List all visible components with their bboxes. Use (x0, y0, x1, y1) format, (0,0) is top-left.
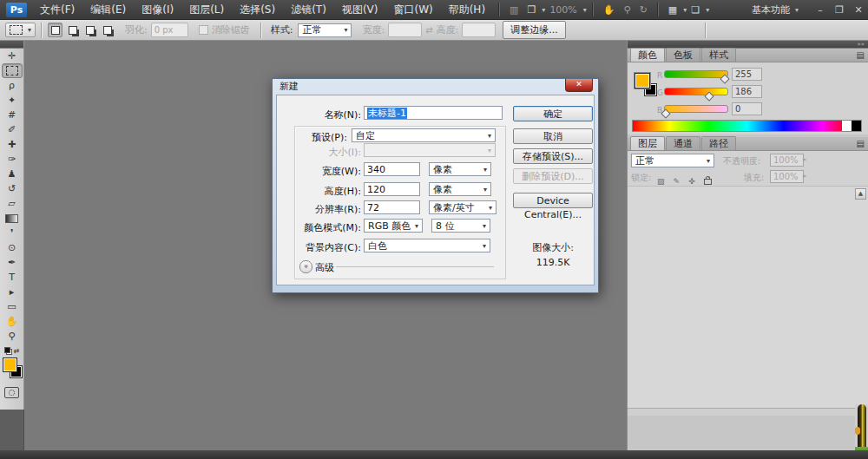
bit-depth-dropdown[interactable]: 8 位 (431, 219, 490, 233)
blend-mode-dropdown[interactable]: 正常 (631, 154, 714, 167)
brush-tool[interactable]: ✑ (2, 152, 23, 167)
rectangular-marquee-tool[interactable] (2, 63, 23, 78)
view-extras-icon[interactable]: ❒ (523, 4, 540, 16)
save-preset-button[interactable]: 存储预设(S)... (513, 148, 593, 164)
menu-image[interactable]: 图像(I) (134, 0, 181, 20)
hand-tool-icon[interactable]: ✋ (599, 4, 620, 16)
move-tool[interactable]: ✛ (2, 49, 23, 63)
spectrum-white-swatch[interactable] (842, 121, 852, 131)
clone-stamp-tool[interactable]: ♟ (2, 167, 23, 181)
blue-value-input[interactable]: 0 (732, 102, 762, 115)
gradient-tool[interactable] (2, 211, 23, 226)
width-input[interactable] (388, 23, 422, 37)
menu-file[interactable]: 文件(F) (32, 0, 82, 20)
spot-healing-brush-tool[interactable]: ✚ (2, 137, 23, 152)
menu-edit[interactable]: 编辑(E) (82, 0, 134, 20)
menu-help[interactable]: 帮助(H) (441, 0, 493, 20)
lock-transparency-icon[interactable]: ▨ (657, 177, 665, 186)
color-spectrum-ramp[interactable] (632, 120, 862, 132)
zoom-tool[interactable]: ⚲ (2, 329, 23, 344)
resolution-input[interactable]: 72 (364, 200, 420, 214)
zoom-tool-icon[interactable]: ⚲ (620, 4, 635, 16)
lock-all-icon[interactable] (704, 179, 712, 185)
opacity-arrow-icon[interactable]: ▸ (803, 155, 806, 163)
menu-filter[interactable]: 滤镜(T) (283, 0, 334, 20)
quick-selection-tool[interactable]: ✦ (2, 93, 23, 108)
intersect-selection-mode-button[interactable] (100, 23, 115, 37)
blur-tool[interactable]: ❜ (2, 226, 23, 240)
layers-list[interactable]: ▲ (628, 186, 868, 408)
add-to-selection-mode-button[interactable] (65, 23, 80, 37)
hand-tool[interactable]: ✋ (2, 314, 23, 329)
launch-bridge-icon[interactable]: ▥ (505, 4, 523, 16)
close-button[interactable]: ✕ (849, 0, 868, 20)
color-mode-dropdown[interactable]: RGB 颜色 (364, 219, 423, 233)
feather-input[interactable]: 0 px (151, 23, 188, 37)
advanced-toggle-button[interactable]: » (299, 260, 312, 273)
tools-panel-grip[interactable] (0, 41, 23, 49)
type-tool[interactable]: T (2, 270, 23, 285)
crop-tool[interactable]: # (2, 108, 23, 122)
tab-layers[interactable]: 图层 (630, 136, 665, 150)
tab-styles[interactable]: 样式 (701, 48, 736, 62)
tab-swatches[interactable]: 色板 (666, 48, 700, 62)
eyedropper-tool[interactable]: ✐ (2, 122, 23, 137)
panel-menu-icon[interactable]: ▤ (857, 50, 865, 60)
restore-button[interactable]: ❐ (830, 0, 849, 20)
pen-tool[interactable]: ✒ (2, 255, 23, 270)
red-slider-track[interactable] (664, 70, 728, 78)
minimize-button[interactable]: – (811, 0, 830, 20)
dodge-tool[interactable]: ⊙ (2, 240, 23, 255)
anti-alias-checkbox[interactable] (199, 25, 208, 35)
history-brush-tool[interactable]: ↺ (2, 181, 23, 196)
menu-layer[interactable]: 图层(L) (181, 0, 232, 20)
quick-mask-button[interactable] (4, 387, 19, 398)
spectrum-black-swatch[interactable] (852, 121, 861, 131)
foreground-color-swatch[interactable] (3, 357, 17, 372)
eraser-tool[interactable]: ▱ (2, 196, 23, 211)
resolution-unit-dropdown[interactable]: 像素/英寸 (429, 200, 496, 214)
height-input[interactable]: 120 (364, 182, 420, 196)
swap-dimensions-icon[interactable]: ⇄ (425, 25, 432, 35)
height-unit-dropdown[interactable]: 像素 (429, 182, 491, 196)
background-contents-dropdown[interactable]: 白色 (364, 239, 490, 252)
lasso-tool[interactable]: ρ (2, 78, 23, 93)
arrange-documents-icon[interactable]: ▦ (664, 4, 681, 16)
lock-pixels-icon[interactable]: ✎ (674, 177, 681, 186)
opacity-input[interactable]: 100% (770, 154, 804, 167)
panel-menu-icon[interactable]: ▤ (857, 139, 865, 148)
zoom-level-dropdown[interactable]: 100% (545, 4, 581, 16)
fill-arrow-icon[interactable]: ▸ (803, 172, 806, 180)
name-input[interactable]: 未标题-1 (364, 106, 503, 120)
subtract-from-selection-mode-button[interactable] (82, 23, 97, 37)
new-selection-mode-button[interactable] (48, 23, 62, 37)
screen-mode-icon[interactable]: ❏ (687, 4, 704, 16)
style-dropdown[interactable]: 正常 (298, 23, 352, 37)
tab-channels[interactable]: 通道 (666, 136, 700, 150)
width-unit-dropdown[interactable]: 像素 (429, 162, 491, 176)
dialog-title-bar[interactable]: 新建 ✕ (276, 79, 595, 95)
scroll-up-icon[interactable]: ▲ (855, 188, 866, 200)
green-value-input[interactable]: 186 (732, 85, 762, 98)
menu-select[interactable]: 选择(S) (232, 0, 283, 20)
dialog-close-button[interactable]: ✕ (565, 79, 593, 92)
width-input[interactable]: 340 (364, 162, 420, 176)
preset-dropdown[interactable]: 自定 (352, 128, 496, 142)
menu-window[interactable]: 窗口(W) (385, 0, 440, 20)
workspace-switcher[interactable]: 基本功能 ▾ (752, 3, 799, 16)
device-central-button[interactable]: Device Central(E)... (513, 193, 593, 208)
refine-edge-button[interactable]: 调整边缘... (503, 21, 566, 39)
tool-preset-picker[interactable]: ▾ (5, 23, 36, 37)
default-colors-icon[interactable] (4, 347, 12, 355)
green-slider-track[interactable] (664, 88, 728, 95)
rotate-view-icon[interactable]: ↻ (635, 4, 652, 16)
panel-foreground-color-swatch[interactable] (635, 73, 650, 89)
cancel-button[interactable]: 取消 (513, 128, 593, 144)
fill-input[interactable]: 100% (770, 170, 804, 183)
size-dropdown[interactable] (364, 143, 496, 157)
menu-view[interactable]: 视图(V) (334, 0, 386, 20)
delete-preset-button[interactable]: 删除预设(D)... (513, 168, 593, 184)
photoshop-logo-icon[interactable]: Ps (6, 3, 27, 17)
switch-colors-icon[interactable]: ⇄ (14, 347, 20, 355)
tab-color[interactable]: 颜色 (630, 48, 665, 62)
